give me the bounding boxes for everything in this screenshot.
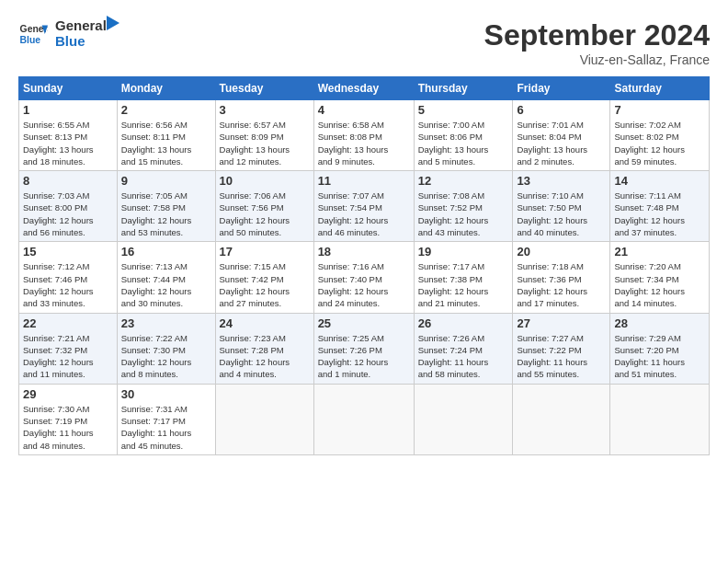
calendar-cell: 1Sunrise: 6:55 AMSunset: 8:13 PMDaylight… [19, 100, 118, 171]
weekday-header-friday: Friday [513, 77, 610, 100]
day-info: Sunrise: 7:08 AMSunset: 7:52 PMDaylight:… [418, 190, 509, 238]
day-info: Sunrise: 6:58 AMSunset: 8:08 PMDaylight:… [318, 119, 410, 167]
day-info: Sunrise: 7:20 AMSunset: 7:34 PMDaylight:… [614, 260, 705, 309]
week-row-3: 15Sunrise: 7:12 AMSunset: 7:46 PMDayligh… [19, 242, 710, 313]
day-info: Sunrise: 7:26 AMSunset: 7:24 PMDaylight:… [418, 332, 509, 381]
day-info: Sunrise: 7:21 AMSunset: 7:32 PMDaylight:… [23, 332, 113, 381]
calendar-cell: 28Sunrise: 7:29 AMSunset: 7:20 PMDayligh… [610, 313, 710, 384]
logo-icon: General Blue [18, 19, 48, 49]
logo: General Blue General Blue [18, 18, 121, 49]
day-info: Sunrise: 7:15 AMSunset: 7:42 PMDaylight:… [220, 260, 310, 309]
title-block: September 2024 Viuz-en-Sallaz, France [484, 18, 710, 67]
day-info: Sunrise: 7:18 AMSunset: 7:36 PMDaylight:… [517, 260, 606, 309]
calendar-cell: 23Sunrise: 7:22 AMSunset: 7:30 PMDayligh… [117, 313, 215, 384]
calendar-cell: 13Sunrise: 7:10 AMSunset: 7:50 PMDayligh… [513, 171, 610, 242]
day-number: 3 [220, 103, 310, 117]
day-info: Sunrise: 6:56 AMSunset: 8:11 PMDaylight:… [121, 119, 211, 167]
day-number: 16 [121, 245, 211, 259]
calendar-cell: 26Sunrise: 7:26 AMSunset: 7:24 PMDayligh… [414, 313, 513, 384]
day-number: 27 [517, 316, 606, 330]
weekday-header-monday: Monday [117, 77, 215, 100]
day-info: Sunrise: 7:25 AMSunset: 7:26 PMDaylight:… [318, 332, 410, 381]
day-info: Sunrise: 7:13 AMSunset: 7:44 PMDaylight:… [121, 260, 211, 309]
day-info: Sunrise: 7:22 AMSunset: 7:30 PMDaylight:… [121, 332, 211, 381]
calendar-cell: 25Sunrise: 7:25 AMSunset: 7:26 PMDayligh… [313, 313, 414, 384]
weekday-header-row: SundayMondayTuesdayWednesdayThursdayFrid… [19, 77, 710, 100]
day-info: Sunrise: 7:11 AMSunset: 7:48 PMDaylight:… [614, 190, 705, 238]
calendar-cell: 7Sunrise: 7:02 AMSunset: 8:02 PMDaylight… [610, 100, 710, 171]
day-number: 22 [23, 316, 113, 330]
day-info: Sunrise: 7:06 AMSunset: 7:56 PMDaylight:… [220, 190, 310, 238]
day-number: 29 [23, 387, 113, 401]
day-number: 13 [517, 174, 606, 188]
logo-flag-icon [103, 16, 121, 43]
calendar-cell: 8Sunrise: 7:03 AMSunset: 8:00 PMDaylight… [19, 171, 118, 242]
day-info: Sunrise: 7:02 AMSunset: 8:02 PMDaylight:… [614, 119, 705, 167]
day-info: Sunrise: 6:55 AMSunset: 8:13 PMDaylight:… [23, 119, 113, 167]
day-info: Sunrise: 7:23 AMSunset: 7:28 PMDaylight:… [220, 332, 310, 381]
day-number: 23 [121, 316, 211, 330]
day-number: 6 [517, 103, 606, 117]
day-number: 18 [318, 245, 410, 259]
day-info: Sunrise: 7:01 AMSunset: 8:04 PMDaylight:… [517, 119, 606, 167]
week-row-4: 22Sunrise: 7:21 AMSunset: 7:32 PMDayligh… [19, 313, 710, 384]
calendar-cell: 14Sunrise: 7:11 AMSunset: 7:48 PMDayligh… [610, 171, 710, 242]
day-number: 1 [23, 103, 113, 117]
day-number: 21 [614, 245, 705, 259]
calendar-cell [313, 384, 414, 454]
calendar-cell [215, 384, 313, 454]
week-row-2: 8Sunrise: 7:03 AMSunset: 8:00 PMDaylight… [19, 171, 710, 242]
calendar-cell: 5Sunrise: 7:00 AMSunset: 8:06 PMDaylight… [414, 100, 513, 171]
day-number: 28 [614, 316, 705, 330]
day-info: Sunrise: 7:27 AMSunset: 7:22 PMDaylight:… [517, 332, 606, 381]
calendar-cell: 11Sunrise: 7:07 AMSunset: 7:54 PMDayligh… [313, 171, 414, 242]
calendar-cell: 16Sunrise: 7:13 AMSunset: 7:44 PMDayligh… [117, 242, 215, 313]
calendar-cell: 29Sunrise: 7:30 AMSunset: 7:19 PMDayligh… [19, 384, 118, 454]
day-number: 10 [220, 174, 310, 188]
day-info: Sunrise: 7:31 AMSunset: 7:17 PMDaylight:… [121, 403, 211, 452]
weekday-header-wednesday: Wednesday [313, 77, 414, 100]
day-number: 8 [23, 174, 113, 188]
day-info: Sunrise: 7:29 AMSunset: 7:20 PMDaylight:… [614, 332, 705, 381]
day-number: 7 [614, 103, 705, 117]
calendar-cell: 18Sunrise: 7:16 AMSunset: 7:40 PMDayligh… [313, 242, 414, 313]
calendar-cell: 19Sunrise: 7:17 AMSunset: 7:38 PMDayligh… [414, 242, 513, 313]
day-info: Sunrise: 7:30 AMSunset: 7:19 PMDaylight:… [23, 403, 113, 452]
svg-marker-3 [107, 16, 119, 30]
month-title: September 2024 [484, 18, 710, 52]
calendar-cell: 21Sunrise: 7:20 AMSunset: 7:34 PMDayligh… [610, 242, 710, 313]
calendar-cell: 4Sunrise: 6:58 AMSunset: 8:08 PMDaylight… [313, 100, 414, 171]
calendar-cell: 12Sunrise: 7:08 AMSunset: 7:52 PMDayligh… [414, 171, 513, 242]
logo-general: General [55, 18, 107, 34]
calendar-cell: 20Sunrise: 7:18 AMSunset: 7:36 PMDayligh… [513, 242, 610, 313]
weekday-header-thursday: Thursday [414, 77, 513, 100]
day-number: 2 [121, 103, 211, 117]
calendar-cell: 15Sunrise: 7:12 AMSunset: 7:46 PMDayligh… [19, 242, 118, 313]
calendar-cell: 27Sunrise: 7:27 AMSunset: 7:22 PMDayligh… [513, 313, 610, 384]
day-number: 17 [220, 245, 310, 259]
calendar-cell: 30Sunrise: 7:31 AMSunset: 7:17 PMDayligh… [117, 384, 215, 454]
calendar-cell [513, 384, 610, 454]
day-info: Sunrise: 7:05 AMSunset: 7:58 PMDaylight:… [121, 190, 211, 238]
day-info: Sunrise: 7:10 AMSunset: 7:50 PMDaylight:… [517, 190, 606, 238]
day-number: 11 [318, 174, 410, 188]
header: General Blue General Blue September 2024… [18, 18, 710, 67]
calendar-cell [610, 384, 710, 454]
calendar-cell: 22Sunrise: 7:21 AMSunset: 7:32 PMDayligh… [19, 313, 118, 384]
day-info: Sunrise: 7:16 AMSunset: 7:40 PMDaylight:… [318, 260, 410, 309]
calendar-cell: 9Sunrise: 7:05 AMSunset: 7:58 PMDaylight… [117, 171, 215, 242]
day-info: Sunrise: 6:57 AMSunset: 8:09 PMDaylight:… [220, 119, 310, 167]
calendar-cell: 6Sunrise: 7:01 AMSunset: 8:04 PMDaylight… [513, 100, 610, 171]
day-info: Sunrise: 7:12 AMSunset: 7:46 PMDaylight:… [23, 260, 113, 309]
weekday-header-saturday: Saturday [610, 77, 710, 100]
calendar-cell: 2Sunrise: 6:56 AMSunset: 8:11 PMDaylight… [117, 100, 215, 171]
day-number: 30 [121, 387, 211, 401]
calendar-cell: 24Sunrise: 7:23 AMSunset: 7:28 PMDayligh… [215, 313, 313, 384]
calendar-table: SundayMondayTuesdayWednesdayThursdayFrid… [18, 76, 710, 455]
day-info: Sunrise: 7:00 AMSunset: 8:06 PMDaylight:… [418, 119, 509, 167]
weekday-header-tuesday: Tuesday [215, 77, 313, 100]
svg-text:Blue: Blue [20, 34, 41, 44]
day-info: Sunrise: 7:17 AMSunset: 7:38 PMDaylight:… [418, 260, 509, 309]
day-number: 9 [121, 174, 211, 188]
weekday-header-sunday: Sunday [19, 77, 118, 100]
